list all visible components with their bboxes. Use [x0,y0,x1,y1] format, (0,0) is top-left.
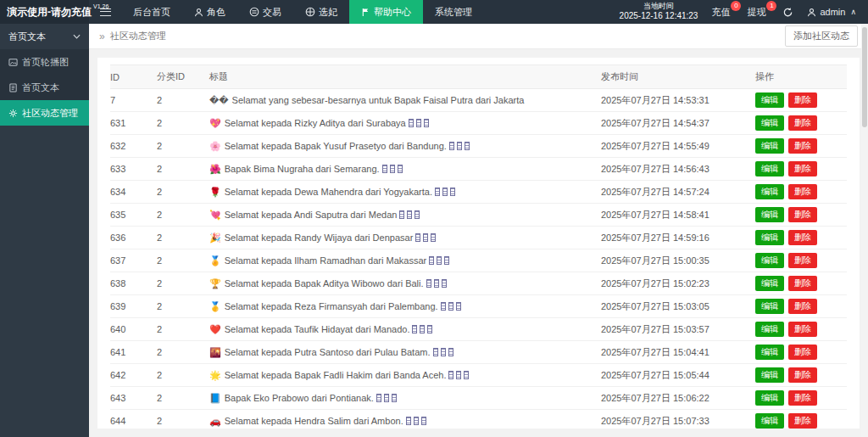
tofu-glyph [434,279,439,288]
app-title: 演示使用-请勿充值 [7,5,92,20]
row-title-cell: 💘Selamat kepada Andi Saputra dari Medan [209,204,601,227]
edit-button[interactable]: 编辑 [755,322,784,337]
tofu-glyph [424,119,429,127]
tofu-glyph [442,279,447,288]
row-actions-cell: 编辑删除 [755,410,847,429]
nav-item-system[interactable]: 系统管理 [423,0,484,24]
edit-button[interactable]: 编辑 [755,413,784,429]
withdraw-button[interactable]: 提现 1 [747,6,769,19]
tofu-glyph [412,325,417,333]
row-title-cell: 🌹Selamat kepada Dewa Mahendra dari Yogya… [209,181,601,204]
row-id-cell: 638 [110,272,157,295]
delete-button[interactable]: 删除 [788,299,817,314]
tofu-glyph [423,233,428,242]
tofu-glyph [448,371,453,379]
row-category-cell: 2 [157,364,209,387]
row-time-cell: 2025年07月27日 15:03:57 [601,318,755,341]
tofu-glyph [456,371,461,379]
row-id-cell: 632 [110,135,157,158]
row-time-cell: 2025年07月27日 14:55:49 [601,135,755,158]
tofu-glyph [414,417,419,425]
row-title-text: Selamat kepada Bapak Aditya Wibowo dari … [225,278,424,289]
username: admin [820,7,845,17]
delete-button[interactable]: 删除 [788,322,817,337]
row-title-text: Selamat kepada Randy Wijaya dari Denpasa… [225,233,414,243]
edit-button[interactable]: 编辑 [755,230,784,245]
delete-button[interactable]: 删除 [788,138,817,154]
edit-button[interactable]: 编辑 [755,161,784,176]
delete-button[interactable]: 删除 [788,92,817,108]
row-actions-cell: 编辑删除 [755,112,847,135]
sidebar: 首页文本 首页轮播图 首页文本 社区动态管理 [0,24,89,437]
delete-button[interactable]: 删除 [788,161,817,176]
nav-label: 系统管理 [435,6,472,19]
delete-button[interactable]: 删除 [788,345,817,360]
nav-item-dashboard[interactable]: 后台首页 [121,0,182,24]
edit-button[interactable]: 编辑 [755,299,784,314]
edit-button[interactable]: 编辑 [755,207,784,222]
tofu-glyph [449,142,454,150]
edit-button[interactable]: 编辑 [755,276,784,291]
edit-button[interactable]: 编辑 [755,184,784,199]
recharge-button[interactable]: 充值 0 [711,6,733,19]
withdraw-label: 提现 [747,7,765,17]
sidebar-item-community-feed[interactable]: 社区动态管理 [0,100,89,126]
row-title-text: Selamat kepada Putra Santoso dari Pulau … [225,347,431,357]
add-community-post-button[interactable]: 添加社区动态 [785,25,858,47]
table-row: 6402❤️Selamat kepada Taufik Hidayat dari… [110,318,847,341]
nav-item-selection[interactable]: 选妃 [293,0,349,24]
row-actions-cell: 编辑删除 [755,181,847,204]
hamburger-icon [100,8,111,16]
refresh-button[interactable] [782,7,793,18]
edit-button[interactable]: 编辑 [755,138,784,154]
delete-button[interactable]: 删除 [788,207,817,222]
delete-button[interactable]: 删除 [788,184,817,199]
header-category-id: 分类ID [157,65,209,89]
window-scrollbar[interactable] [861,24,868,437]
row-id-cell: 639 [110,295,157,318]
table-row: 6322🌸Selamat kepada Bapak Yusuf Prasetyo… [110,135,847,158]
row-id-cell: 7 [110,89,157,112]
edit-button[interactable]: 编辑 [755,390,784,406]
row-category-cell: 2 [157,112,209,135]
row-time-cell: 2025年07月27日 15:06:22 [601,387,755,410]
edit-button[interactable]: 编辑 [755,92,784,108]
delete-button[interactable]: 删除 [788,230,817,245]
table-row: 6412🌇Selamat kepada Putra Santoso dari P… [110,341,847,364]
sidebar-submenu: 首页轮播图 首页文本 社区动态管理 [0,49,89,126]
delete-button[interactable]: 删除 [788,367,817,383]
row-title-text: Selamat kepada Hendra Salim dari Ambon. [225,416,403,426]
delete-button[interactable]: 删除 [788,413,817,429]
nav-item-transactions[interactable]: 交易 [237,0,293,24]
sidebar-item-home-text[interactable]: 首页文本 [0,75,89,100]
delete-button[interactable]: 删除 [788,253,817,268]
nav-item-roles[interactable]: 角色 [182,0,237,24]
row-emoji: 🏆 [209,278,221,289]
row-title-cell: 🏆Selamat kepada Bapak Aditya Wibowo dari… [209,272,601,295]
nav-item-help-center[interactable]: 帮助中心 [349,0,423,24]
top-bar: 演示使用-请勿充值 V1.26 后台首页 角色 交易 选妃 帮助中心 系统管理 [0,0,868,24]
tofu-glyph [464,371,469,379]
sidebar-group-home-text[interactable]: 首页文本 [0,24,89,49]
delete-button[interactable]: 删除 [788,276,817,291]
edit-button[interactable]: 编辑 [755,367,784,383]
menu-toggle-button[interactable] [89,0,121,24]
edit-button[interactable]: 编辑 [755,345,784,360]
withdraw-badge: 1 [766,1,776,11]
local-time-label: 当地时间 [620,2,698,11]
edit-button[interactable]: 编辑 [755,115,784,131]
tofu-glyph [448,348,453,356]
edit-button[interactable]: 编辑 [755,253,784,268]
breadcrumb: 社区动态管理 [110,30,166,42]
nav-label: 交易 [263,6,281,19]
tofu-glyph [392,394,397,402]
row-title-text: Selamat kepada Ilham Ramadhan dari Makas… [225,255,426,266]
user-menu[interactable]: admin ∧ [807,7,856,17]
scrollbar-thumb[interactable] [862,27,867,127]
delete-button[interactable]: 删除 [788,115,817,131]
tofu-glyph [441,302,446,311]
tofu-glyph [429,256,434,265]
delete-button[interactable]: 删除 [788,390,817,406]
row-emoji: 🏅 [209,255,221,266]
sidebar-item-home-carousel[interactable]: 首页轮播图 [0,49,89,75]
